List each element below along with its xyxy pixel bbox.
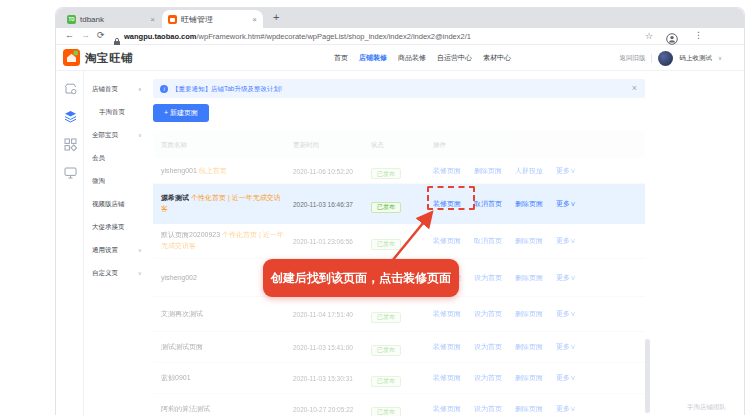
op-delete-page[interactable]: 删除页面 [515,373,543,383]
bookmark-star-icon[interactable]: ☆ [645,31,653,41]
sidebar-item-mobile-taobao-home[interactable]: 手淘首页 [99,108,125,117]
op-more[interactable]: 更多∨ [556,342,576,352]
op-more[interactable]: 更多∨ [556,309,576,319]
update-time: 2020-11-03 16:46:37 [293,201,353,208]
op-set-homepage[interactable]: 设为首页 [474,373,502,383]
back-icon[interactable]: ← [65,30,74,40]
op-more[interactable]: 更多∨ [556,373,576,383]
sidebar-item-shop-home[interactable]: 店铺首页 [92,85,118,94]
status-badge: 已发布 [371,376,401,387]
op-decorate-page[interactable]: 装修页面 [433,309,461,319]
op-cancel-homepage[interactable]: 取消首页 [474,199,502,209]
tdbank-favicon-icon: TD [67,15,76,24]
table-row: 阿莉的算法测试 2020-10-27 20:05:22 已发布 装修页面 设为首… [153,394,645,416]
update-time: 2020-11-04 17:51:40 [293,311,353,318]
url-domain: wangpu.taobao.com [124,32,197,41]
op-delete-page[interactable]: 删除页面 [515,342,543,352]
op-decorate-page[interactable]: 装修页面 [433,404,461,414]
op-more[interactable]: 更多∨ [556,236,576,246]
op-more[interactable]: 更多∨ [556,273,576,283]
screenshot-root: TD tdbank × 旺铺管理 × + ← → ⟳ wangpu.taobao… [0,0,746,420]
chevron-up-icon: ∧ [138,86,142,92]
sidebar-item-general-settings[interactable]: 通用设置 [92,246,118,255]
op-delete-page[interactable]: 删除页面 [474,166,502,176]
tab-title: tdbank [80,15,104,24]
op-more[interactable]: 更多∨ [556,199,576,209]
sidebar-item-members[interactable]: 会员 [92,154,105,163]
op-more[interactable]: 更多∨ [556,404,576,414]
status-badge: 已发布 [371,168,401,179]
op-more[interactable]: 更多∨ [556,166,576,176]
status-badge: 已发布 [371,407,401,417]
op-decorate-page[interactable]: 装修页面 [433,166,461,176]
tab-wangpu-manage[interactable]: 旺铺管理 × [162,10,263,28]
sidebar-item-all-items[interactable]: 全部宝贝 [92,131,118,140]
url-bar[interactable]: wangpu.taobao.com/wpFramework.htm#/wpdec… [124,32,471,41]
table-header: 页面名称 更新时间 状态 操作 [153,131,645,158]
browser-menu-icon[interactable]: ⋮ [694,30,703,40]
close-tab-icon[interactable]: × [150,15,155,24]
back-to-old-version-link[interactable]: 返回旧版 [619,54,645,63]
new-tab-button[interactable]: + [273,11,279,23]
col-page-name: 页面名称 [161,141,187,150]
table-row: 文测再次测试 2020-11-04 17:51:40 已发布 装修页面 设为首页… [153,297,645,332]
browser-window: TD tdbank × 旺铺管理 × + ← → ⟳ wangpu.taobao… [55,7,745,415]
op-decorate-page[interactable]: 装修页面 [433,342,461,352]
template-grid-icon[interactable] [64,137,77,155]
op-decorate-page[interactable]: 装修页面 [433,373,461,383]
info-icon: i [160,85,168,93]
col-operation: 操作 [433,141,446,150]
close-tab-icon[interactable]: × [252,15,257,24]
shop-settings-icon[interactable] [64,81,77,99]
op-delete-page[interactable]: 删除页面 [515,404,543,414]
col-update-time: 更新时间 [293,141,319,150]
close-icon[interactable]: × [632,83,637,93]
url-path: /wpFramework.htm#/wpdecorate/wpPageList/… [197,32,471,41]
new-page-button[interactable]: + 新建页面 [153,104,209,122]
nav-item-decorate[interactable]: 商品装修 [398,53,426,63]
op-delete-page[interactable]: 删除页面 [515,236,543,246]
sidebar-item-weitao[interactable]: 微淘 [92,177,105,186]
notice-text[interactable]: 【重要通知】店铺Tab升级及整改计划! [172,85,282,94]
account-name[interactable]: 码上收测试 [679,54,712,63]
account-avatar[interactable] [658,51,673,66]
icon-rail [56,71,84,416]
chevron-down-icon: ∨ [138,270,142,276]
app-logo-text: 淘宝旺铺 [85,51,133,66]
update-time: 2020-11-01 23:06:56 [293,238,353,245]
op-delete-page[interactable]: 删除页面 [515,199,543,209]
browser-tab-strip: TD tdbank × 旺铺管理 × + [56,8,744,28]
nav-shop-decorate[interactable]: 店铺装修 [359,53,387,63]
row-operations: 装修页面 取消首页 删除页面 更多∨ [433,236,576,246]
watermark-text: 手淘店铺团队 [687,403,726,412]
op-set-homepage[interactable]: 设为首页 [474,342,502,352]
op-cancel-homepage[interactable]: 取消首页 [474,236,502,246]
op-audience-targeting[interactable]: 人群投放 [515,166,543,176]
sidebar-item-promo-landing[interactable]: 大促承接页 [92,223,125,232]
update-time: 2020-11-03 15:41:00 [293,344,353,351]
monitor-icon[interactable] [64,165,77,183]
nav-material-center[interactable]: 素材中心 [483,53,511,63]
page-tag: 线上首页 [199,166,227,173]
op-delete-page[interactable]: 删除页面 [515,309,543,319]
nav-self-operation-center[interactable]: 自运营中心 [437,53,472,63]
op-set-homepage[interactable]: 设为首页 [474,273,502,283]
sidebar-item-custom-pages[interactable]: 自定义页 [92,269,118,278]
op-set-homepage[interactable]: 设为首页 [474,404,502,414]
sidebar-item-video-shop[interactable]: 视频版店铺 [92,200,125,209]
browser-toolbar: ← → ⟳ wangpu.taobao.com/wpFramework.htm#… [56,28,744,45]
sidebar-menu: 店铺首页 ∧ 手淘首页 全部宝贝 ∨ 会员 微淘 视频版店铺 大促承接页 通用设… [84,71,150,416]
layers-icon-active[interactable] [64,109,77,127]
header-right: 返回旧版 码上收测试 ∨ [619,45,722,71]
main-nav: 首页 店铺装修 商品装修 自运营中心 素材中心 [334,45,511,71]
reload-icon[interactable]: ⟳ [97,30,105,40]
table-scrollbar-thumb[interactable] [645,339,650,413]
status-badge: 已发布 [371,345,401,356]
op-delete-page[interactable]: 删除页面 [515,273,543,283]
nav-home[interactable]: 首页 [334,53,348,63]
highlight-dashed-box [427,186,475,210]
tab-tdbank[interactable]: TD tdbank × [61,11,161,28]
op-set-homepage[interactable]: 设为首页 [474,309,502,319]
forward-icon[interactable]: → [81,30,90,40]
app-header: 淘宝旺铺 首页 店铺装修 商品装修 自运营中心 素材中心 返回旧版 码上收测试 … [56,45,744,71]
